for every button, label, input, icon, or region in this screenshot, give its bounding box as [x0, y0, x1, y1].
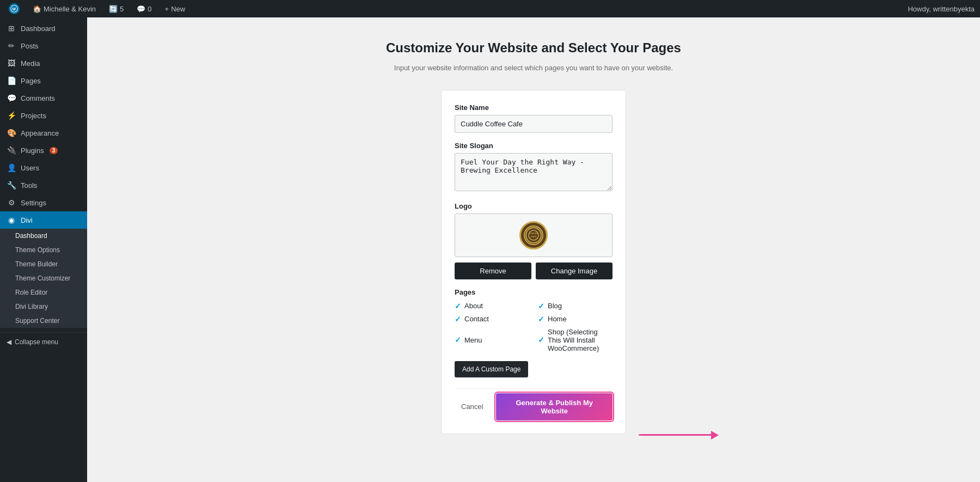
change-image-button[interactable]: Change Image — [536, 263, 612, 279]
home-label: Home — [548, 315, 567, 323]
svg-text:W: W — [13, 7, 16, 11]
sidebar-theme-customizer[interactable]: Theme Customizer — [0, 271, 87, 285]
sidebar: ⊞ Dashboard ✏ Posts 🖼 Media 📄 Pages 💬 Co… — [0, 17, 87, 482]
media-icon: 🖼 — [7, 59, 16, 68]
new-label: New — [171, 5, 185, 13]
page-title: Customize Your Website and Select Your P… — [386, 39, 681, 56]
comment-count: 0 — [148, 5, 151, 13]
about-check-icon: ✓ — [455, 302, 461, 310]
arrow-head — [711, 431, 719, 440]
setup-card: Site Name Site Slogan Fuel Your Day the … — [441, 90, 626, 434]
tools-icon: 🔧 — [7, 181, 16, 190]
comment-icon: 💬 — [137, 5, 145, 13]
divi-submenu: Dashboard Theme Options Theme Builder Th… — [0, 229, 87, 328]
sidebar-item-plugins[interactable]: 🔌 Plugins 3 — [0, 142, 87, 159]
update-count: 5 — [120, 5, 124, 13]
sidebar-item-posts[interactable]: ✏ Posts — [0, 37, 87, 54]
pages-grid: ✓ About ✓ Blog ✓ Contact — [455, 302, 612, 352]
site-name: Michelle & Kevin — [44, 5, 96, 13]
logo-label: Logo — [455, 202, 612, 210]
blog-check-icon: ✓ — [538, 302, 544, 310]
divi-icon: ◉ — [7, 216, 16, 224]
menu-check-icon: ✓ — [455, 335, 461, 344]
menu-label: Menu — [464, 336, 482, 344]
site-slogan-group: Site Slogan Fuel Your Day the Right Way … — [455, 142, 612, 193]
comments-icon: 💬 — [7, 94, 16, 102]
sidebar-item-appearance[interactable]: 🎨 Appearance — [0, 124, 87, 142]
page-header: Customize Your Website and Select Your P… — [386, 39, 681, 74]
sidebar-item-settings-label: Settings — [21, 199, 46, 207]
settings-icon: ⚙ — [7, 198, 16, 207]
site-name-label: Site Name — [455, 103, 612, 112]
sidebar-item-posts-label: Posts — [21, 42, 39, 50]
sidebar-item-divi[interactable]: ◉ Divi — [0, 211, 87, 229]
updates-icon: 🔄 — [109, 5, 118, 13]
collapse-menu-button[interactable]: ◀ Collapse menu — [0, 332, 87, 351]
sidebar-item-projects-label: Projects — [21, 112, 46, 120]
collapse-icon: ◀ — [7, 338, 11, 346]
theme-customizer-label: Theme Customizer — [15, 274, 70, 282]
users-icon: 👤 — [7, 163, 16, 172]
role-editor-label: Role Editor — [15, 289, 47, 296]
posts-icon: ✏ — [7, 41, 16, 50]
logo-circle: COFFEE CAFE — [519, 221, 548, 249]
blog-label: Blog — [548, 302, 562, 310]
sidebar-divi-dashboard[interactable]: Dashboard — [0, 229, 87, 243]
sidebar-item-settings[interactable]: ⚙ Settings — [0, 194, 87, 211]
theme-options-label: Theme Options — [15, 246, 60, 254]
new-item[interactable]: + New — [162, 5, 189, 13]
sidebar-support-center[interactable]: Support Center — [0, 314, 87, 328]
site-name-item[interactable]: 🏠 Michelle & Kevin — [29, 5, 99, 13]
sidebar-item-appearance-label: Appearance — [21, 129, 59, 137]
sidebar-item-users[interactable]: 👤 Users — [0, 159, 87, 176]
comments-item[interactable]: 💬 0 — [133, 5, 155, 13]
howdy-text: Howdy, writtenbyekta — [908, 5, 975, 13]
sidebar-item-dashboard-label: Dashboard — [21, 25, 56, 33]
theme-builder-label: Theme Builder — [15, 260, 58, 268]
sidebar-divi-library[interactable]: Divi Library — [0, 300, 87, 314]
site-slogan-label: Site Slogan — [455, 142, 612, 150]
shop-check-icon: ✓ — [538, 335, 544, 344]
remove-button[interactable]: Remove — [455, 263, 531, 279]
sidebar-item-tools-label: Tools — [21, 181, 37, 190]
page-contact: ✓ Contact — [455, 315, 529, 324]
projects-icon: ⚡ — [7, 111, 16, 120]
admin-bar: W 🏠 Michelle & Kevin 🔄 5 💬 0 + New Howdy… — [0, 0, 980, 17]
divi-library-label: Divi Library — [15, 303, 48, 310]
publish-button[interactable]: Generate & Publish My Website — [496, 393, 612, 420]
logo-group: Logo COFFEE CAFE — [455, 202, 612, 279]
sidebar-item-comments[interactable]: 💬 Comments — [0, 89, 87, 107]
sidebar-item-projects[interactable]: ⚡ Projects — [0, 107, 87, 124]
sidebar-item-pages-label: Pages — [21, 77, 41, 85]
support-center-label: Support Center — [15, 317, 59, 325]
house-icon: 🏠 — [33, 5, 41, 13]
divi-dashboard-label: Dashboard — [15, 232, 47, 240]
sidebar-theme-builder[interactable]: Theme Builder — [0, 257, 87, 271]
plugins-icon: 🔌 — [7, 146, 16, 155]
arrow-dot — [639, 434, 640, 436]
pages-section: Pages ✓ About ✓ Blog — [455, 288, 612, 388]
app-body: ⊞ Dashboard ✏ Posts 🖼 Media 📄 Pages 💬 Co… — [0, 17, 980, 482]
add-custom-page-button[interactable]: Add A Custom Page — [455, 361, 528, 377]
updates-item[interactable]: 🔄 5 — [106, 5, 127, 13]
sidebar-item-pages[interactable]: 📄 Pages — [0, 72, 87, 89]
page-menu: ✓ Menu — [455, 328, 529, 352]
shop-label: Shop (Selecting This Will Install WooCom… — [548, 328, 612, 352]
collapse-label: Collapse menu — [15, 338, 58, 346]
sidebar-item-dashboard[interactable]: ⊞ Dashboard — [0, 20, 87, 37]
site-name-input[interactable] — [455, 115, 612, 133]
appearance-icon: 🎨 — [7, 129, 16, 137]
sidebar-item-users-label: Users — [21, 164, 39, 172]
plugins-badge: 3 — [50, 147, 58, 154]
sidebar-item-tools[interactable]: 🔧 Tools — [0, 176, 87, 194]
about-label: About — [464, 302, 483, 310]
cancel-button[interactable]: Cancel — [455, 399, 489, 414]
site-slogan-input[interactable]: Fuel Your Day the Right Way - Brewing Ex… — [455, 153, 612, 191]
wp-logo-item[interactable]: W — [5, 3, 23, 14]
arrow-annotation — [639, 431, 719, 440]
sidebar-theme-options[interactable]: Theme Options — [0, 243, 87, 257]
main-content: Customize Your Website and Select Your P… — [87, 17, 980, 482]
sidebar-item-media[interactable]: 🖼 Media — [0, 54, 87, 72]
home-check-icon: ✓ — [538, 315, 544, 324]
sidebar-role-editor[interactable]: Role Editor — [0, 285, 87, 300]
